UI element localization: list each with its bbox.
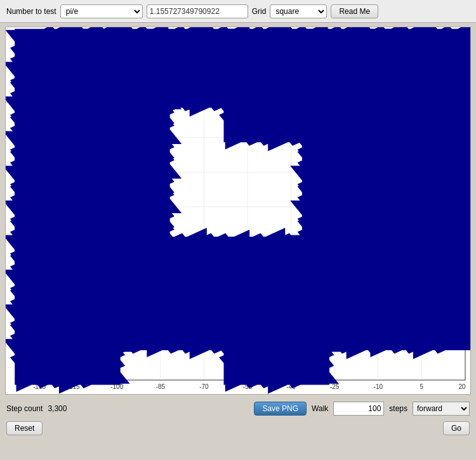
number-select[interactable]: pi/epiesqrt(2)custom (60, 4, 143, 18)
go-button[interactable]: Go (443, 421, 470, 435)
walk-direction-select[interactable]: forwardbackward (413, 402, 470, 416)
steps-label: steps (389, 404, 407, 413)
grid-select[interactable]: squarehexnone (270, 4, 327, 18)
bottom-bar: Step count 3,300 Save PNG Walk steps for… (0, 398, 476, 419)
toolbar: Number to test pi/epiesqrt(2)custom Grid… (0, 0, 476, 23)
footer-bar: Reset Go (0, 419, 476, 438)
step-count-value: 3,300 (48, 404, 67, 413)
number-label: Number to test (6, 7, 56, 16)
walk-label: Walk (312, 404, 328, 413)
value-display (147, 4, 248, 18)
read-me-button[interactable]: Read Me (331, 4, 378, 18)
step-count-label: Step count (6, 404, 43, 413)
save-png-button[interactable]: Save PNG (254, 402, 307, 416)
main-canvas (6, 27, 471, 394)
walk-steps-input[interactable] (333, 402, 384, 416)
reset-button[interactable]: Reset (6, 421, 43, 435)
chart-area (5, 27, 471, 395)
grid-label: Grid (252, 7, 267, 16)
